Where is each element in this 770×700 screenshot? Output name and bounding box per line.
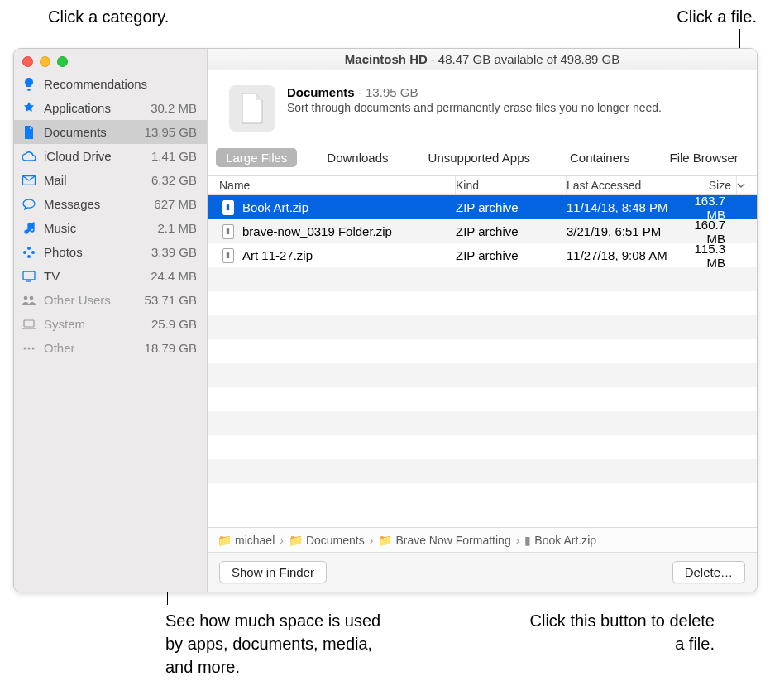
file-list: ▮Book Art.zip ZIP archive 11/14/18, 8:48…	[208, 195, 757, 527]
file-name: Art 11-27.zip	[242, 248, 313, 262]
tab-file-browser[interactable]: File Browser	[660, 148, 748, 167]
svg-point-7	[30, 295, 34, 300]
callout-category: Click a category.	[48, 5, 169, 28]
sidebar-item-label: Music	[44, 221, 151, 235]
sidebar-item-label: Other Users	[44, 293, 138, 307]
disk-available: 48.47 GB available of 498.89 GB	[438, 52, 619, 66]
file-name: brave-now_0319 Folder.zip	[242, 224, 392, 238]
sidebar-item-documents[interactable]: Documents 13.95 GB	[14, 120, 207, 144]
ellipsis-icon	[21, 346, 37, 351]
table-row-empty	[208, 339, 757, 363]
sidebar-item-label: Applications	[44, 101, 144, 115]
photos-icon	[21, 246, 37, 259]
callout-space: See how much space is used by apps, docu…	[165, 609, 397, 678]
svg-point-11	[32, 347, 35, 349]
svg-point-10	[28, 347, 31, 349]
callout-delete: Click this button to delete a file.	[524, 609, 715, 655]
messages-icon	[21, 199, 37, 210]
table-row-empty	[208, 363, 757, 387]
sidebar-item-photos[interactable]: Photos 3.39 GB	[14, 240, 207, 264]
sidebar-item-other-users[interactable]: Other Users 53.71 GB	[14, 288, 207, 312]
tab-unsupported-apps[interactable]: Unsupported Apps	[418, 148, 540, 167]
tab-containers[interactable]: Containers	[560, 148, 640, 167]
table-row-empty	[208, 459, 757, 483]
zoom-button[interactable]	[57, 56, 68, 67]
zip-file-icon: ▮	[222, 200, 234, 215]
tab-downloads[interactable]: Downloads	[317, 148, 398, 167]
sidebar-item-icloud[interactable]: iCloud Drive 1.41 GB	[14, 144, 207, 168]
window-title: Macintosh HD - 48.47 GB available of 498…	[208, 49, 757, 70]
file-date: 3/21/19, 6:51 PM	[567, 224, 677, 238]
close-button[interactable]	[22, 56, 33, 67]
path-segment[interactable]: Book Art.zip	[534, 534, 596, 547]
svg-point-1	[27, 247, 31, 250]
sidebar-item-size: 2.1 MB	[157, 221, 197, 235]
table-row-empty	[208, 315, 757, 339]
column-name[interactable]: Name	[208, 176, 456, 194]
zip-file-icon: ▮	[524, 534, 531, 547]
svg-point-3	[27, 255, 31, 258]
table-row[interactable]: ▮brave-now_0319 Folder.zip ZIP archive 3…	[208, 219, 757, 243]
sidebar-item-size: 1.41 GB	[151, 149, 197, 163]
sidebar-item-label: Documents	[44, 125, 138, 139]
sidebar-item-other[interactable]: Other 18.79 GB	[14, 336, 207, 360]
sidebar-item-size: 25.9 GB	[151, 317, 197, 331]
sidebar-item-messages[interactable]: Messages 627 MB	[14, 192, 207, 216]
file-date: 11/27/18, 9:08 AM	[567, 248, 677, 262]
sidebar-item-mail[interactable]: Mail 6.32 GB	[14, 168, 207, 192]
file-kind: ZIP archive	[456, 224, 567, 238]
laptop-icon	[21, 319, 37, 329]
path-segment[interactable]: michael	[235, 534, 275, 547]
column-kind[interactable]: Kind	[456, 176, 567, 194]
column-size[interactable]: Size	[677, 176, 737, 194]
path-bar: 📁 michael › 📁 Documents › 📁 Brave Now Fo…	[208, 527, 757, 552]
sidebar-item-size: 30.2 MB	[151, 101, 197, 115]
column-options-menu[interactable]	[737, 176, 757, 194]
users-icon	[21, 295, 37, 305]
sidebar-item-label: iCloud Drive	[44, 149, 145, 163]
sidebar-item-recommendations[interactable]: Recommendations	[14, 72, 207, 96]
window-controls	[14, 49, 207, 72]
minimize-button[interactable]	[40, 56, 50, 67]
sidebar-item-label: TV	[44, 269, 144, 283]
sidebar-item-size: 18.79 GB	[145, 341, 197, 355]
file-date: 11/14/18, 8:48 PM	[567, 200, 677, 214]
sidebar-item-label: Photos	[44, 245, 145, 259]
callout-file: Click a file.	[677, 5, 757, 28]
table-row-empty	[208, 435, 757, 459]
show-in-finder-button[interactable]: Show in Finder	[219, 561, 327, 583]
chevron-down-icon	[737, 183, 745, 188]
tab-large-files[interactable]: Large Files	[216, 148, 297, 167]
file-size: 115.3 MB	[677, 242, 737, 270]
path-segment[interactable]: Brave Now Formatting	[395, 534, 510, 547]
table-row[interactable]: ▮Art 11-27.zip ZIP archive 11/27/18, 9:0…	[208, 243, 757, 267]
sidebar-item-size: 24.4 MB	[151, 269, 197, 283]
svg-rect-8	[24, 320, 34, 327]
sidebar-item-music[interactable]: Music 2.1 MB	[14, 216, 207, 240]
svg-point-6	[24, 295, 28, 300]
delete-button[interactable]: Delete…	[672, 561, 745, 583]
table-row[interactable]: ▮Book Art.zip ZIP archive 11/14/18, 8:48…	[208, 195, 757, 219]
summary: Documents - 13.95 GB Sort through docume…	[208, 70, 757, 143]
disk-name: Macintosh HD	[345, 52, 428, 66]
summary-size: 13.95 GB	[366, 85, 418, 99]
path-segment[interactable]: Documents	[306, 534, 365, 547]
column-last-accessed[interactable]: Last Accessed	[567, 176, 677, 194]
music-icon	[21, 222, 37, 235]
sidebar-item-tv[interactable]: TV 24.4 MB	[14, 264, 207, 288]
table-row-empty	[208, 387, 757, 411]
table-row-empty	[208, 267, 757, 291]
callout-line	[715, 592, 715, 606]
sidebar-item-system[interactable]: System 25.9 GB	[14, 312, 207, 336]
table-row-empty	[208, 411, 757, 435]
chevron-right-icon: ›	[368, 534, 375, 547]
table-row-empty	[208, 291, 757, 315]
file-kind: ZIP archive	[456, 248, 567, 262]
mail-icon	[21, 175, 37, 185]
sidebar-item-size: 53.71 GB	[145, 293, 197, 307]
folder-icon: 📁	[289, 534, 303, 547]
file-name: Book Art.zip	[242, 200, 308, 214]
file-kind: ZIP archive	[456, 200, 567, 214]
svg-rect-5	[23, 271, 35, 280]
sidebar-item-applications[interactable]: Applications 30.2 MB	[14, 96, 207, 120]
